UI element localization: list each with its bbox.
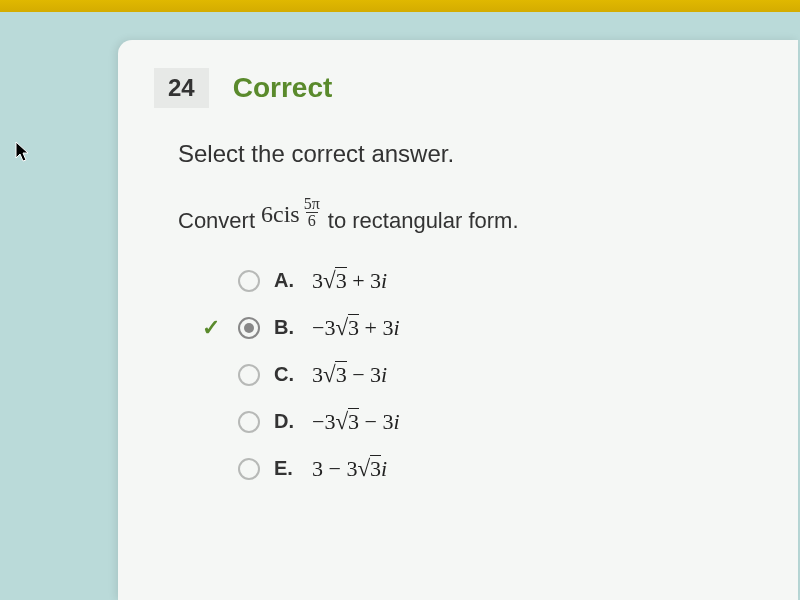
option-label: E. (274, 457, 298, 480)
question-card: 24 Correct Select the correct answer. Co… (118, 40, 798, 600)
radio-c[interactable] (238, 364, 260, 386)
radio-e[interactable] (238, 458, 260, 480)
option-label: B. (274, 316, 298, 339)
option-b[interactable]: ✓ B. −3√3 + 3i (198, 314, 762, 341)
question-header: 24 Correct (154, 68, 762, 108)
option-e[interactable]: E. 3 − 3√3i (198, 455, 762, 482)
frac-denominator: 6 (306, 212, 318, 229)
question-prompt: Convert 6cis 5π 6 to rectangular form. (178, 204, 762, 237)
question-status: Correct (233, 72, 333, 104)
prompt-prefix: Convert (178, 208, 255, 234)
option-label: C. (274, 363, 298, 386)
expr-fraction: 5π 6 (302, 196, 322, 229)
frac-numerator: 5π (302, 196, 322, 212)
options-list: A. 3√3 + 3i ✓ B. −3√3 + 3i C. 3√3 − 3i D… (198, 267, 762, 482)
option-c[interactable]: C. 3√3 − 3i (198, 361, 762, 388)
radio-d[interactable] (238, 411, 260, 433)
window-top-bar (0, 0, 800, 12)
prompt-suffix: to rectangular form. (328, 208, 519, 234)
option-math: −3√3 − 3i (312, 408, 400, 435)
option-label: A. (274, 269, 298, 292)
expr-coef: 6cis (261, 201, 300, 228)
option-d[interactable]: D. −3√3 − 3i (198, 408, 762, 435)
question-number: 24 (154, 68, 209, 108)
option-a[interactable]: A. 3√3 + 3i (198, 267, 762, 294)
option-math: −3√3 + 3i (312, 314, 400, 341)
option-math: 3 − 3√3i (312, 455, 387, 482)
radio-b[interactable] (238, 317, 260, 339)
radio-a[interactable] (238, 270, 260, 292)
option-label: D. (274, 410, 298, 433)
mouse-cursor-icon (14, 140, 32, 170)
option-math: 3√3 − 3i (312, 361, 387, 388)
math-expression: 6cis 5π 6 (261, 198, 322, 231)
check-icon: ✓ (202, 315, 220, 341)
check-slot: ✓ (198, 315, 224, 341)
question-instruction: Select the correct answer. (178, 140, 762, 168)
option-math: 3√3 + 3i (312, 267, 387, 294)
